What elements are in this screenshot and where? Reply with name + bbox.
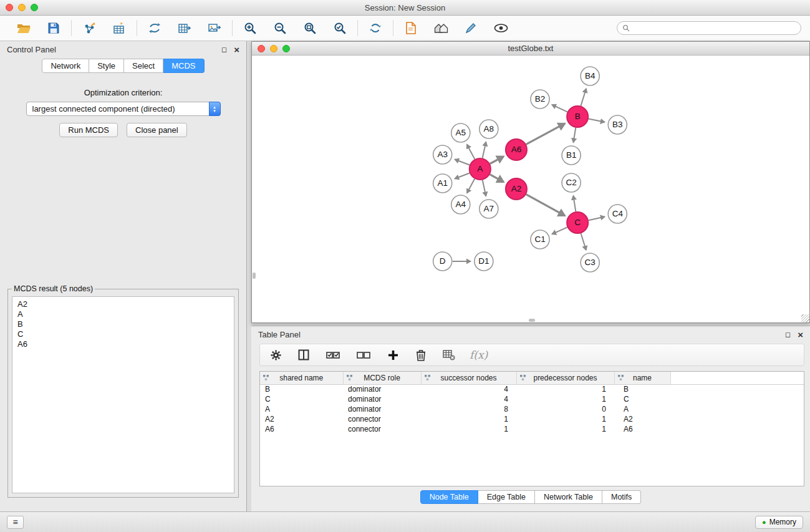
- delete-column-button[interactable]: [413, 347, 428, 362]
- graph-edge-A-A2[interactable]: [490, 175, 504, 182]
- table-cell[interactable]: 8: [421, 404, 516, 414]
- table-cell[interactable]: A2: [260, 414, 343, 424]
- delete-table-button[interactable]: [441, 347, 456, 362]
- clone-network-button[interactable]: [402, 19, 420, 37]
- graph-edge-B-B4[interactable]: [581, 89, 586, 106]
- show-hide-details-button[interactable]: [492, 19, 509, 37]
- graph-edge-A-A1[interactable]: [455, 173, 470, 178]
- network-canvas[interactable]: B4B2BB3A5A8A6B1A3AC2A1A2A4A7C4CC1C3DD1: [252, 56, 809, 322]
- network-graph[interactable]: B4B2BB3A5A8A6B1A3AC2A1A2A4A7C4CC1C3DD1: [252, 56, 809, 322]
- table-cell[interactable]: B: [614, 384, 670, 394]
- function-builder-button[interactable]: f(x): [470, 349, 488, 361]
- graph-edge-B-B2[interactable]: [552, 105, 567, 112]
- close-window-icon[interactable]: [6, 4, 13, 11]
- table-cell[interactable]: dominator: [343, 394, 421, 404]
- result-item[interactable]: A2: [17, 299, 234, 309]
- result-item[interactable]: A: [17, 309, 234, 319]
- graph-edge-C-C2[interactable]: [573, 196, 576, 211]
- graph-edge-A-A6[interactable]: [490, 157, 504, 164]
- table-cell[interactable]: 4: [421, 384, 516, 394]
- column-header-name[interactable]: name: [614, 372, 670, 384]
- table-cell[interactable]: A6: [614, 424, 670, 434]
- zoom-out-button[interactable]: [271, 19, 289, 37]
- graph-edge-A2-C[interactable]: [526, 195, 565, 216]
- table-cell[interactable]: A: [614, 404, 670, 414]
- status-menu-button[interactable]: ≡: [7, 516, 24, 529]
- close-table-panel-icon[interactable]: ×: [798, 329, 803, 340]
- close-panel-button[interactable]: Close panel: [127, 123, 187, 137]
- table-cell[interactable]: A: [260, 404, 343, 414]
- table-cell[interactable]: connector: [343, 424, 421, 434]
- table-cell[interactable]: A6: [260, 424, 343, 434]
- graph-edge-C-C3[interactable]: [581, 233, 586, 250]
- zoom-in-button[interactable]: [241, 19, 259, 37]
- tab-node-table[interactable]: Node Table: [420, 490, 478, 504]
- column-header-predecessor-nodes[interactable]: predecessor nodes: [516, 372, 614, 384]
- table-cell[interactable]: 0: [516, 404, 614, 414]
- table-cell[interactable]: 1: [421, 424, 516, 434]
- close-network-window-icon[interactable]: [258, 45, 265, 52]
- table-row[interactable]: Bdominator41B: [260, 384, 804, 394]
- home-button[interactable]: [432, 19, 450, 37]
- annotation-button[interactable]: [462, 19, 480, 37]
- table-cell[interactable]: dominator: [343, 384, 421, 394]
- close-panel-icon[interactable]: ×: [234, 44, 239, 55]
- table-cell[interactable]: C: [614, 394, 670, 404]
- memory-button[interactable]: ● Memory: [755, 516, 803, 529]
- result-item[interactable]: A6: [17, 339, 234, 349]
- table-cell[interactable]: 1: [516, 394, 614, 404]
- tab-network[interactable]: Network: [42, 59, 89, 73]
- tab-mcds[interactable]: MCDS: [163, 59, 204, 73]
- resize-grip[interactable]: [801, 314, 809, 322]
- table-cell[interactable]: A2: [614, 414, 670, 424]
- table-cell[interactable]: B: [260, 384, 343, 394]
- graph-edge-A-A8[interactable]: [483, 142, 486, 158]
- float-table-panel-icon[interactable]: ◻: [785, 331, 791, 339]
- export-network-button[interactable]: [176, 19, 193, 37]
- table-cell[interactable]: 1: [516, 414, 614, 424]
- graph-edge-C-C4[interactable]: [589, 216, 605, 220]
- curved-arrows-button[interactable]: [146, 19, 163, 37]
- select-all-button[interactable]: [324, 347, 342, 362]
- column-header-MCDS-role[interactable]: MCDS role: [343, 372, 421, 384]
- zoom-window-icon[interactable]: [31, 4, 38, 11]
- search-box[interactable]: [617, 21, 801, 35]
- table-row[interactable]: Adominator80A: [260, 404, 804, 414]
- graph-edge-A-A7[interactable]: [483, 180, 486, 196]
- horizontal-scrollbar[interactable]: [529, 319, 535, 322]
- tab-network-table[interactable]: Network Table: [535, 490, 602, 504]
- save-session-button[interactable]: [45, 19, 62, 37]
- graph-edge-B-B1[interactable]: [573, 128, 576, 142]
- dropdown-stepper-icon[interactable]: ▲ ▼: [209, 102, 221, 116]
- column-header-successor-nodes[interactable]: successor nodes: [421, 372, 516, 384]
- deselect-all-button[interactable]: [355, 347, 372, 362]
- column-header-shared-name[interactable]: shared name: [260, 372, 343, 384]
- add-column-button[interactable]: [385, 347, 400, 362]
- tab-motifs[interactable]: Motifs: [602, 490, 641, 504]
- mcds-result-list[interactable]: A2ABCA6: [12, 296, 234, 493]
- table-cell[interactable]: C: [260, 394, 343, 404]
- table-row[interactable]: A2connector11A2: [260, 414, 804, 424]
- tab-select[interactable]: Select: [124, 59, 163, 73]
- graph-edge-A6-B[interactable]: [526, 123, 565, 144]
- zoom-fit-button[interactable]: [301, 19, 319, 37]
- export-image-button[interactable]: [206, 19, 223, 37]
- table-cell[interactable]: connector: [343, 414, 421, 424]
- table-row[interactable]: A6connector11A6: [260, 424, 804, 434]
- result-item[interactable]: B: [17, 319, 234, 329]
- run-mcds-button[interactable]: Run MCDS: [59, 123, 118, 137]
- tab-edge-table[interactable]: Edge Table: [478, 490, 535, 504]
- float-panel-icon[interactable]: ◻: [221, 46, 227, 54]
- table-row[interactable]: Cdominator41C: [260, 394, 804, 404]
- network-window-titlebar[interactable]: testGlobe.txt: [252, 42, 809, 56]
- zoom-selected-button[interactable]: [331, 19, 349, 37]
- table-cell[interactable]: 1: [516, 424, 614, 434]
- graph-edge-B-B3[interactable]: [589, 119, 605, 122]
- graph-edge-C-C1[interactable]: [552, 227, 567, 234]
- graph-edge-A-A5[interactable]: [467, 145, 475, 160]
- graph-edge-A-A4[interactable]: [467, 179, 475, 193]
- graph-edge-A-A3[interactable]: [455, 160, 470, 165]
- table-cell[interactable]: 1: [516, 384, 614, 394]
- result-item[interactable]: C: [17, 329, 234, 339]
- optimization-criterion-dropdown[interactable]: largest connected component (directed) ▲…: [26, 102, 221, 116]
